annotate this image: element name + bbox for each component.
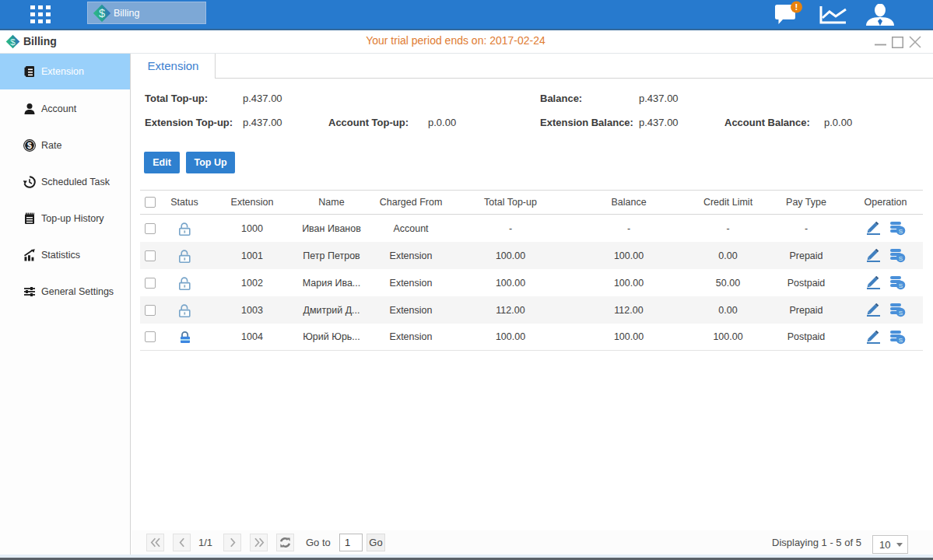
svg-text:$: $	[99, 7, 105, 19]
svg-text:S: S	[898, 255, 902, 262]
svg-text:S: S	[898, 282, 902, 289]
svg-text:!: !	[795, 2, 798, 12]
svg-text:S: S	[898, 228, 902, 235]
svg-text:$: $	[27, 140, 32, 149]
svg-text:S: S	[898, 337, 902, 344]
svg-text:S: S	[898, 310, 902, 317]
